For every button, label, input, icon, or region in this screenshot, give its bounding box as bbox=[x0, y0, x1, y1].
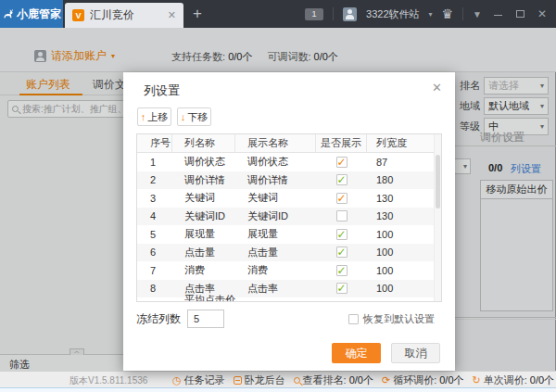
cell: 调价状态 bbox=[235, 153, 316, 171]
cell: 8 bbox=[137, 280, 172, 298]
statusbar-items: ◷任务记录卧龙后台查看排名:0/0个⟳循环调价:0/0个↻单次调价:0/0个 bbox=[172, 373, 554, 387]
columns-table: 序号列名称展示名称是否展示列宽度 1调价状态调价状态✓872调价详情调价详情✓1… bbox=[136, 133, 442, 302]
cell: 点击率 bbox=[235, 280, 316, 298]
column-row[interactable]: 4关键词ID关键词ID130 bbox=[137, 208, 441, 226]
frozen-columns-label: 冻结列数 bbox=[136, 311, 181, 327]
statusbar-item[interactable]: ⟳循环调价:0/0个 bbox=[382, 373, 464, 387]
cell: 点击量 bbox=[172, 244, 235, 262]
cell: 6 bbox=[137, 244, 172, 262]
cell: 展现量 bbox=[172, 225, 235, 244]
restore-default-checkbox[interactable] bbox=[348, 314, 359, 324]
version-label: 版本V1.5.811.1536 bbox=[70, 374, 147, 387]
move-down-button[interactable]: ↓ 下移 bbox=[177, 107, 211, 126]
column-row[interactable]: 8点击率点击率✓100 bbox=[137, 280, 441, 298]
column-header: 列名称 bbox=[172, 134, 235, 152]
menu-arrow-icon[interactable]: ▼ bbox=[473, 9, 482, 19]
cell: 消费 bbox=[172, 261, 235, 280]
restore-default-label: 恢复到默认设置 bbox=[363, 312, 435, 326]
cell: 消费 bbox=[235, 261, 316, 280]
cell: 平均点击价格 bbox=[172, 297, 235, 302]
statusbar-item-value: 0/0个 bbox=[439, 373, 463, 387]
cell: 100 bbox=[367, 261, 428, 280]
show-column-checkbox[interactable]: ✓ bbox=[336, 157, 348, 168]
cell: 1 bbox=[137, 153, 172, 171]
show-column-checkbox[interactable]: ✓ bbox=[336, 301, 348, 302]
cell: 调价详情 bbox=[235, 171, 316, 190]
frozen-columns-input[interactable] bbox=[187, 310, 224, 328]
tab-app-icon: V bbox=[72, 9, 84, 21]
cell: 100 bbox=[367, 297, 428, 302]
show-column-checkbox[interactable]: ✓ bbox=[336, 283, 348, 294]
cell: 展现量 bbox=[235, 225, 316, 244]
maximize-button[interactable] bbox=[513, 7, 526, 20]
column-header: 展示名称 bbox=[235, 134, 316, 152]
single-icon: ↻ bbox=[473, 375, 481, 386]
column-header: 序号 bbox=[137, 134, 172, 152]
column-row[interactable]: 7消费消费✓100 bbox=[137, 261, 441, 280]
show-column-checkbox[interactable]: ✓ bbox=[336, 174, 348, 185]
column-row[interactable]: 5展现量展现量✓100 bbox=[137, 225, 441, 244]
cell: 5 bbox=[137, 225, 172, 244]
confirm-button[interactable]: 确定 bbox=[332, 343, 381, 363]
tab-close-icon[interactable]: ✕ bbox=[168, 9, 176, 21]
column-row[interactable]: 2调价详情调价详情✓180 bbox=[137, 171, 441, 190]
cell: 调价状态 bbox=[172, 153, 235, 171]
clock-icon: ◷ bbox=[172, 375, 182, 386]
column-row[interactable]: 1调价状态调价状态✓87 bbox=[137, 153, 441, 171]
columns-table-header: 序号列名称展示名称是否展示列宽度 bbox=[137, 134, 441, 153]
statusbar: 版本V1.5.811.1536 ◷任务记录卧龙后台查看排名:0/0个⟳循环调价:… bbox=[0, 371, 556, 387]
account-caret-icon[interactable]: ▾ bbox=[429, 10, 433, 19]
statusbar-item-label: 循环调价: bbox=[393, 373, 436, 387]
column-row[interactable]: 6点击量点击量✓100 bbox=[137, 244, 441, 262]
restore-default-option[interactable]: 恢复到默认设置 bbox=[348, 312, 435, 326]
close-button[interactable]: ✕ bbox=[536, 7, 549, 20]
cell: 关键词 bbox=[235, 189, 316, 208]
column-row[interactable]: 3关键词关键词✓130 bbox=[137, 189, 441, 208]
column-row[interactable]: 9平均点击价格平均点击价格✓100 bbox=[137, 297, 441, 302]
statusbar-item-value: 0/0个 bbox=[530, 373, 554, 387]
divider bbox=[462, 7, 463, 20]
cell: 平均点击价格 bbox=[235, 297, 316, 302]
wolong-icon bbox=[234, 376, 242, 385]
show-column-checkbox[interactable]: ✓ bbox=[336, 193, 348, 204]
account-name[interactable]: 3322软件站 bbox=[366, 7, 419, 21]
dialog-title: 列设置 bbox=[144, 82, 180, 99]
search-icon bbox=[294, 377, 300, 384]
titlebar: 小鹿管家 V 汇川竞价 ✕ + 1 3322软件站 ▾ ♛ ▼ ✕ bbox=[0, 0, 556, 28]
move-up-button[interactable]: ↑ 上移 bbox=[137, 107, 171, 126]
cell: 关键词ID bbox=[172, 208, 235, 226]
statusbar-item[interactable]: 卧龙后台 bbox=[234, 373, 285, 387]
statusbar-item[interactable]: ◷任务记录 bbox=[172, 373, 225, 387]
tab-huichuan[interactable]: V 汇川竞价 ✕ bbox=[65, 3, 183, 28]
show-column-checkbox[interactable]: ✓ bbox=[336, 247, 348, 258]
show-column-checkbox[interactable]: ✓ bbox=[336, 229, 348, 240]
dialog-close-icon[interactable]: ✕ bbox=[432, 81, 442, 95]
scrollbar-thumb[interactable] bbox=[436, 155, 440, 209]
app-window: 小鹿管家 V 汇川竞价 ✕ + 1 3322软件站 ▾ ♛ ▼ ✕ 请添加账户 … bbox=[0, 0, 556, 392]
minimize-button[interactable] bbox=[491, 7, 504, 20]
cell: 4 bbox=[137, 208, 172, 226]
show-column-checkbox[interactable] bbox=[336, 210, 348, 221]
show-column-checkbox[interactable]: ✓ bbox=[336, 265, 348, 276]
statusbar-item[interactable]: ↻单次调价:0/0个 bbox=[473, 373, 555, 387]
move-down-label: 下移 bbox=[187, 110, 208, 124]
statusbar-item-label: 任务记录 bbox=[184, 373, 225, 387]
column-header: 列宽度 bbox=[367, 134, 428, 152]
cell: 7 bbox=[137, 261, 172, 280]
cell: 9 bbox=[137, 297, 172, 302]
vip-crown-icon[interactable]: ♛ bbox=[442, 7, 454, 20]
deer-logo-icon bbox=[2, 8, 14, 20]
cell: 关键词ID bbox=[235, 208, 316, 226]
arrow-up-icon: ↑ bbox=[141, 111, 146, 122]
statusbar-item[interactable]: 查看排名:0/0个 bbox=[294, 373, 373, 387]
statusbar-item-label: 单次调价: bbox=[484, 373, 527, 387]
user-avatar[interactable] bbox=[343, 7, 357, 21]
statusbar-item-label: 卧龙后台 bbox=[245, 373, 285, 387]
cancel-button[interactable]: 取消 bbox=[391, 343, 440, 363]
cell: 100 bbox=[367, 244, 428, 262]
new-tab-button[interactable]: + bbox=[193, 5, 202, 23]
table-scrollbar[interactable] bbox=[434, 134, 441, 302]
notification-badge[interactable]: 1 bbox=[305, 8, 323, 20]
app-logo: 小鹿管家 bbox=[0, 0, 63, 28]
move-up-label: 上移 bbox=[147, 110, 168, 124]
